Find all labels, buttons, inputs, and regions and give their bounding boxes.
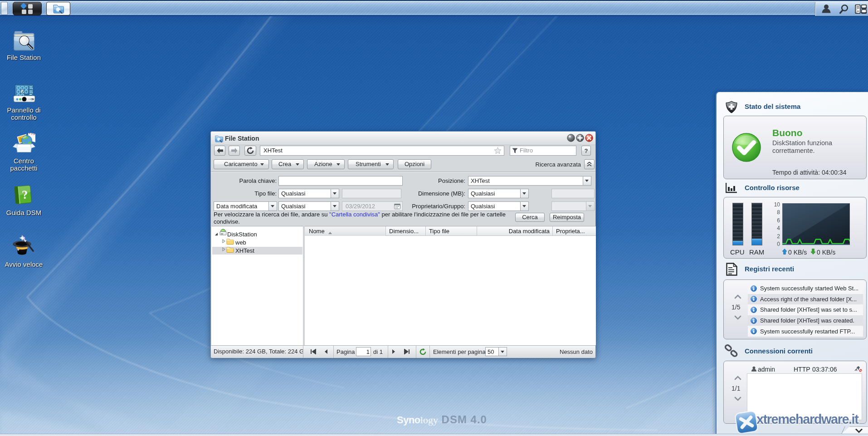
svg-text:?: ? bbox=[21, 188, 28, 201]
